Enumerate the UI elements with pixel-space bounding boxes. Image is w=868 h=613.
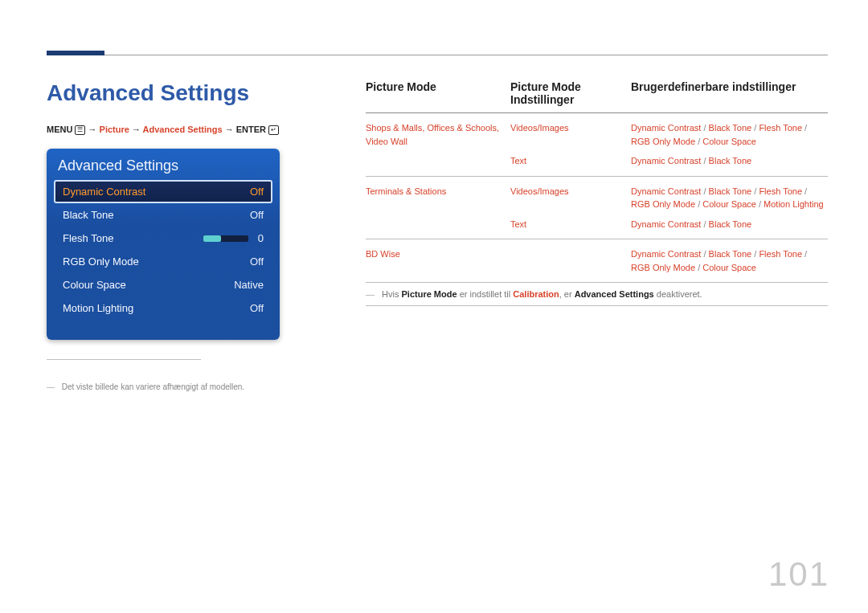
- row-black-tone[interactable]: Black Tone Off: [55, 204, 272, 226]
- panel-body: Dynamic Contrast Off Black Tone Off Fles…: [47, 181, 280, 327]
- table-head: Picture Mode Picture Mode Indstillinger …: [366, 80, 828, 113]
- row-label: Motion Lighting: [63, 302, 133, 314]
- bc-enter: ENTER: [236, 125, 266, 134]
- td-settings: Dynamic Contrast / Black Tone: [631, 218, 828, 231]
- row-value: Off: [250, 209, 264, 221]
- n-as: Advanced Settings: [575, 289, 654, 299]
- bc-picture: Picture: [100, 125, 129, 134]
- bc-arrow1: →: [88, 125, 100, 134]
- table-row: BD Wise Dynamic Contrast / Black Tone / …: [366, 239, 828, 283]
- row-label: Flesh Tone: [63, 232, 113, 244]
- table-body: Shops & Malls, Offices & Schools, Video …: [366, 113, 828, 306]
- bc-menu: MENU: [47, 125, 72, 134]
- footnote: ― Det viste billede kan variere afhængig…: [47, 382, 244, 391]
- table-note: ― Hvis Picture Mode er indstillet til Ca…: [366, 289, 702, 299]
- td-settings: Dynamic Contrast / Black Tone / Flesh To…: [631, 121, 828, 148]
- table-row: Terminals & Stations Videos/Images Dynam…: [366, 177, 828, 240]
- enter-icon: ↵: [268, 125, 279, 135]
- panel-title: Advanced Settings: [47, 149, 280, 181]
- td-sub: Videos/Images: [510, 121, 631, 148]
- td-empty: [366, 218, 510, 231]
- row-value: 0: [258, 232, 264, 244]
- n-cal: Calibration: [513, 289, 559, 299]
- bc-arrow3: →: [225, 125, 236, 134]
- th-picture-mode-settings: Picture Mode Indstillinger: [510, 80, 631, 106]
- row-value: Native: [234, 279, 264, 291]
- row-label: RGB Only Mode: [63, 255, 139, 268]
- row-label: Colour Space: [63, 279, 126, 291]
- row-flesh-tone[interactable]: Flesh Tone 0: [55, 227, 272, 249]
- row-colour-space[interactable]: Colour Space Native: [55, 274, 272, 296]
- n-pm: Picture Mode: [402, 289, 457, 299]
- th-user-definable: Brugerdefinerbare indstillinger: [631, 80, 828, 106]
- td-settings: Dynamic Contrast / Black Tone: [631, 154, 828, 168]
- slider-fill: [203, 235, 221, 242]
- td-settings: Dynamic Contrast / Black Tone / Flesh To…: [631, 247, 828, 274]
- dash-icon: ―: [366, 289, 375, 299]
- th-picture-mode: Picture Mode: [366, 80, 510, 106]
- table-note-row: ― Hvis Picture Mode er indstillet til Ca…: [366, 283, 828, 306]
- row-value: Off: [250, 255, 264, 268]
- td-mode: Shops & Malls, Offices & Schools, Video …: [366, 121, 510, 148]
- td-mode: BD Wise: [366, 247, 510, 274]
- compat-table: Picture Mode Picture Mode Indstillinger …: [366, 80, 828, 306]
- bc-arrow2: →: [132, 125, 143, 134]
- td-sub: Text: [510, 218, 631, 231]
- td-sub: Text: [510, 154, 631, 168]
- row-rgb-only[interactable]: RGB Only Mode Off: [55, 251, 272, 272]
- n4: deaktiveret.: [654, 289, 702, 299]
- menu-icon: ☰: [75, 125, 85, 135]
- footnote-text: Det viste billede kan variere afhængigt …: [62, 382, 244, 391]
- row-value: Off: [250, 186, 264, 198]
- slider-track[interactable]: [203, 235, 248, 242]
- n1: Hvis: [382, 289, 401, 299]
- row-label: Dynamic Contrast: [63, 186, 145, 198]
- dash-icon: ―: [47, 382, 55, 391]
- td-sub: [510, 247, 631, 274]
- row-value: Off: [250, 302, 264, 314]
- page-number: 101: [768, 555, 829, 594]
- header-rule: [104, 55, 828, 55]
- td-empty: [366, 154, 510, 168]
- n2: er indstillet til: [457, 289, 514, 299]
- row-motion-lighting[interactable]: Motion Lighting Off: [55, 297, 272, 319]
- row-label: Black Tone: [63, 209, 113, 221]
- breadcrumb: MENU ☰ → Picture → Advanced Settings → E…: [47, 125, 279, 135]
- table-row: Shops & Malls, Offices & Schools, Video …: [366, 113, 828, 177]
- td-settings: Dynamic Contrast / Black Tone / Flesh To…: [631, 185, 828, 211]
- td-sub: Videos/Images: [510, 185, 631, 211]
- footnote-rule: [47, 359, 201, 360]
- page-title: Advanced Settings: [47, 80, 249, 106]
- bc-advset: Advanced Settings: [143, 125, 223, 134]
- header-accent-bar: [47, 51, 104, 55]
- n3: , er: [559, 289, 575, 299]
- settings-panel: Advanced Settings Dynamic Contrast Off B…: [47, 149, 280, 340]
- td-mode: Terminals & Stations: [366, 185, 510, 211]
- td-text: Dynamic Contrast / Black Tone / Flesh To…: [631, 123, 807, 146]
- row-dynamic-contrast[interactable]: Dynamic Contrast Off: [55, 181, 272, 202]
